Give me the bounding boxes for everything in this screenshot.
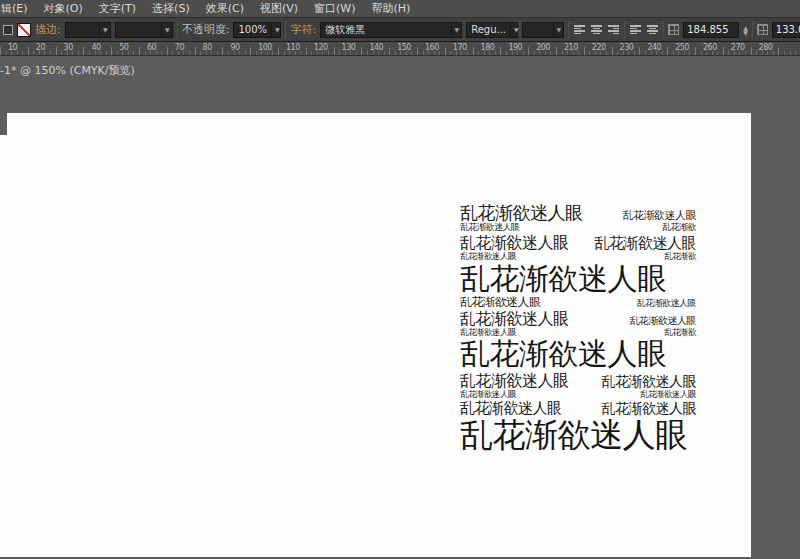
ruler-number: 180 bbox=[481, 43, 495, 52]
text-row: 乱花渐欲迷人眼 bbox=[460, 338, 696, 370]
chevron-down-icon: ▼ bbox=[510, 23, 519, 37]
stroke-weight-select[interactable]: ▼ bbox=[65, 22, 111, 38]
artboard-text-line[interactable]: 乱花渐欲迷人眼 bbox=[623, 210, 697, 222]
text-row: 乱花渐欲迷人眼乱花渐欲迷人眼 bbox=[460, 372, 696, 389]
menu-item[interactable]: 文字(T) bbox=[91, 1, 144, 16]
fill-none-swatch-icon[interactable] bbox=[17, 23, 31, 37]
opacity-label: 不透明度: bbox=[182, 22, 230, 37]
separator bbox=[285, 21, 286, 39]
ruler-number: 10 bbox=[8, 43, 17, 52]
x-position-field[interactable]: 184.855 bbox=[683, 22, 739, 38]
control-bar: 描边: ▼ ▼ 不透明度: 100%▼ 字符: 微软雅黑▼ Regu...▼ ▼… bbox=[0, 18, 800, 42]
menu-item[interactable]: 对象(O) bbox=[36, 1, 91, 16]
text-row: 乱花渐欲迷人眼乱花渐欲迷人眼 bbox=[460, 234, 696, 251]
text-row: 乱花渐欲迷人眼 bbox=[460, 263, 696, 295]
text-composition[interactable]: 乱花渐欲迷人眼乱花渐欲迷人眼乱花渐欲迷人眼乱花渐欲乱花渐欲迷人眼乱花渐欲迷人眼乱… bbox=[460, 203, 696, 454]
artboard-text-line[interactable]: 乱花渐欲迷人眼 bbox=[460, 223, 520, 233]
object-indicator-icon bbox=[3, 25, 13, 35]
artboard-text-line[interactable]: 乱花渐欲迷人眼 bbox=[460, 338, 667, 370]
artboard[interactable]: 乱花渐欲迷人眼乱花渐欲迷人眼乱花渐欲迷人眼乱花渐欲乱花渐欲迷人眼乱花渐欲迷人眼乱… bbox=[0, 113, 751, 557]
artboard-text-line[interactable]: 乱花渐欲迷人眼 bbox=[602, 401, 697, 416]
ruler-number: 240 bbox=[647, 43, 661, 52]
menu-item[interactable]: 辑(E) bbox=[0, 1, 36, 16]
ruler-number: 270 bbox=[731, 43, 745, 52]
chevron-down-icon: ▼ bbox=[553, 23, 562, 37]
text-options-icon[interactable] bbox=[646, 24, 659, 35]
menu-item[interactable]: 帮助(H) bbox=[364, 1, 419, 16]
stroke-label[interactable]: 描边: bbox=[35, 22, 61, 37]
align-right-icon[interactable] bbox=[607, 24, 620, 35]
separator bbox=[663, 21, 664, 39]
menu-item[interactable]: 选择(S) bbox=[144, 1, 198, 16]
brush-select[interactable]: ▼ bbox=[115, 22, 173, 38]
ruler-number: 80 bbox=[203, 43, 212, 52]
canvas-corner-notch bbox=[0, 113, 7, 135]
ruler-number: 170 bbox=[453, 43, 467, 52]
menu-item[interactable]: 效果(C) bbox=[198, 1, 252, 16]
menu-item[interactable]: 视图(V) bbox=[252, 1, 306, 16]
artboard-text-line[interactable]: 乱花渐欲迷人眼 bbox=[630, 316, 697, 327]
text-row: 乱花渐欲迷人眼 bbox=[460, 417, 696, 453]
ruler-number: 70 bbox=[175, 43, 184, 52]
chevron-down-icon: ▼ bbox=[161, 23, 170, 37]
artboard-text-line[interactable]: 乱花渐欲迷人眼 bbox=[460, 296, 541, 309]
ruler-number: 150 bbox=[397, 43, 411, 52]
horizontal-ruler: 1020304050607080901001101201301401501601… bbox=[0, 42, 800, 56]
artboard-text-line[interactable]: 乱花渐欲迷人眼 bbox=[602, 374, 697, 389]
reference-point-icon[interactable] bbox=[757, 24, 768, 35]
artboard-text-line[interactable]: 乱花渐欲迷人眼 bbox=[460, 417, 688, 453]
character-label[interactable]: 字符: bbox=[290, 22, 316, 37]
text-row: 乱花渐欲迷人眼乱花渐欲迷人眼 bbox=[460, 310, 696, 327]
font-style-select[interactable]: Regu...▼ bbox=[466, 22, 518, 38]
artboard-text-line[interactable]: 乱花渐欲迷人眼 bbox=[640, 390, 696, 399]
document-tab[interactable]: -1* @ 150% (CMYK/预览) bbox=[0, 63, 135, 78]
artboard-text-line[interactable]: 乱花渐欲迷人眼 bbox=[460, 234, 569, 251]
ruler-number: 40 bbox=[91, 43, 100, 52]
text-row: 乱花渐欲迷人眼乱花渐欲迷人眼 bbox=[460, 203, 696, 222]
opacity-select[interactable]: 100%▼ bbox=[233, 22, 281, 38]
artboard-text-line[interactable]: 乱花渐欲迷人眼 bbox=[460, 372, 569, 389]
artboard-text-line[interactable]: 乱花渐欲 bbox=[662, 223, 696, 233]
ruler-number: 140 bbox=[369, 43, 383, 52]
paragraph-options-icon[interactable] bbox=[629, 24, 642, 35]
artboard-text-line[interactable]: 乱花渐欲 bbox=[664, 328, 696, 337]
y-position-field[interactable]: 133.034 bbox=[772, 22, 800, 38]
chevron-down-icon: ▼ bbox=[451, 23, 460, 37]
font-family-select[interactable]: 微软雅黑▼ bbox=[320, 22, 462, 38]
artboard-text-line[interactable]: 乱花渐欲迷人眼 bbox=[460, 390, 516, 399]
ruler-number: 260 bbox=[703, 43, 717, 52]
ruler-number: 20 bbox=[36, 43, 45, 52]
artboard-text-line[interactable]: 乱花渐欲迷人眼 bbox=[460, 400, 562, 416]
font-size-select[interactable]: ▼ bbox=[522, 22, 564, 38]
text-row: 乱花渐欲迷人眼乱花渐欲迷人眼 bbox=[460, 296, 696, 309]
ruler-number: 160 bbox=[425, 43, 439, 52]
ruler-number: 60 bbox=[147, 43, 156, 52]
separator bbox=[752, 21, 753, 39]
separator bbox=[568, 21, 569, 39]
chevron-down-icon: ▼ bbox=[99, 23, 108, 37]
ruler-number: 130 bbox=[342, 43, 356, 52]
x-stepper[interactable]: ▲▼ bbox=[743, 25, 748, 35]
ruler-number: 30 bbox=[64, 43, 73, 52]
artboard-text-line[interactable]: 乱花渐欲迷人眼 bbox=[460, 203, 583, 222]
ruler-number: 90 bbox=[230, 43, 239, 52]
ruler-number: 210 bbox=[564, 43, 578, 52]
separator bbox=[624, 21, 625, 39]
artboard-text-line[interactable]: 乱花渐欲迷人眼 bbox=[460, 263, 667, 295]
ruler-number: 200 bbox=[536, 43, 550, 52]
reference-point-icon[interactable] bbox=[668, 24, 679, 35]
chevron-down-icon: ▼ bbox=[271, 23, 280, 37]
separator bbox=[177, 21, 178, 39]
ruler-number: 280 bbox=[759, 43, 773, 52]
ruler-number: 50 bbox=[119, 43, 128, 52]
text-row: 乱花渐欲迷人眼乱花渐欲迷人眼 bbox=[460, 390, 696, 399]
ruler-number: 110 bbox=[286, 43, 300, 52]
align-center-icon[interactable] bbox=[590, 24, 603, 35]
menu-item[interactable]: 窗口(W) bbox=[306, 1, 363, 16]
artboard-text-line[interactable]: 乱花渐欲 bbox=[664, 252, 696, 261]
artboard-text-line[interactable]: 乱花渐欲迷人眼 bbox=[460, 310, 569, 327]
ruler-number: 230 bbox=[620, 43, 634, 52]
align-left-icon[interactable] bbox=[573, 24, 586, 35]
artboard-text-line[interactable]: 乱花渐欲迷人眼 bbox=[595, 235, 697, 251]
artboard-text-line[interactable]: 乱花渐欲迷人眼 bbox=[637, 299, 697, 309]
